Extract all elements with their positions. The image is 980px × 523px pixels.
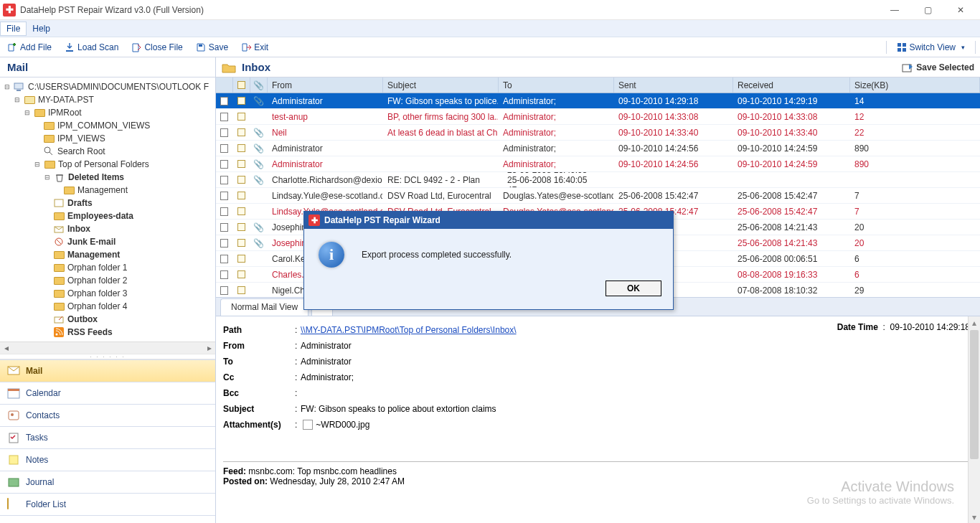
nav-mail[interactable]: Mail	[0, 359, 215, 382]
scroll-down-icon[interactable]: ▾	[969, 511, 980, 523]
row-checkbox[interactable]	[220, 239, 228, 248]
tree-ipmroot[interactable]: IPMRoot	[48, 108, 82, 118]
tab-normal-mail-view[interactable]: Normal Mail View	[220, 298, 308, 316]
nav-journal[interactable]: Journal	[0, 471, 215, 493]
tree-management-child[interactable]: Management	[77, 185, 128, 195]
row-checkbox[interactable]	[220, 255, 228, 263]
row-checkbox[interactable]	[220, 160, 228, 169]
col-checkbox[interactable]	[216, 77, 233, 93]
table-row[interactable]: test-anupBP, other firms facing 300 la..…	[216, 109, 980, 125]
collapse-icon[interactable]: ⊟	[23, 109, 31, 117]
load-scan-button[interactable]: Load Scan	[62, 41, 121, 54]
menu-help[interactable]: Help	[27, 22, 56, 35]
tree-rss[interactable]: RSS Feeds	[67, 327, 113, 337]
tasks-icon	[7, 432, 20, 443]
row-checkbox[interactable]	[220, 144, 228, 153]
save-selected-button[interactable]: Save Selected	[902, 62, 974, 72]
tree-root[interactable]: C:\USERS\ADMIN\DOCUMENTS\OUTLOOK F	[28, 82, 209, 92]
nav-overflow[interactable]	[0, 515, 215, 523]
tree-drafts[interactable]: Drafts	[67, 198, 93, 208]
cell-size: 20	[850, 235, 980, 250]
col-subject[interactable]: Subject	[383, 77, 499, 93]
cell-to: Administrator;	[499, 109, 614, 124]
add-file-button[interactable]: Add File	[4, 41, 55, 54]
col-envelope-icon[interactable]	[233, 77, 250, 93]
tree-inbox[interactable]: Inbox	[67, 224, 90, 234]
nav-tasks[interactable]: Tasks	[0, 426, 215, 448]
tree-pst[interactable]: MY-DATA.PST	[38, 95, 94, 105]
attachment-name[interactable]: ~WRD000.jpg	[316, 420, 369, 430]
table-row[interactable]: 📎NeilAt least 6 dead in blast at Ch...Ad…	[216, 125, 980, 141]
collapse-icon[interactable]: ⊟	[13, 96, 21, 104]
col-to[interactable]: To	[499, 77, 614, 93]
tree-orphan-3[interactable]: Orphan folder 3	[67, 288, 127, 298]
col-attachment-icon[interactable]: 📎	[250, 77, 268, 93]
tree-views[interactable]: IPM_VIEWS	[57, 133, 105, 143]
detail-vertical-scrollbar[interactable]: ▴ ▾	[968, 316, 980, 523]
tree-orphan-1[interactable]: Orphan folder 1	[67, 263, 127, 273]
tree-management[interactable]: Management	[67, 250, 120, 260]
close-file-icon	[131, 42, 141, 52]
tree-deleted-items[interactable]: Deleted Items	[68, 172, 124, 182]
collapse-icon[interactable]: ⊟	[3, 83, 11, 91]
save-button[interactable]: Save	[193, 41, 231, 54]
tree-common-views[interactable]: IPM_COMMON_VIEWS	[57, 121, 150, 131]
svg-rect-19	[9, 433, 18, 443]
tree-orphan-2[interactable]: Orphan folder 2	[67, 275, 127, 286]
detail-path-link[interactable]: \\MY-DATA.PST\IPMRoot\Top of Personal Fo…	[301, 325, 517, 335]
exit-button[interactable]: Exit	[238, 41, 271, 54]
row-checkbox[interactable]	[220, 207, 228, 216]
minimize-button[interactable]: —	[878, 0, 911, 20]
col-from[interactable]: From	[268, 77, 383, 93]
row-checkbox[interactable]	[220, 97, 228, 105]
splitter-grip[interactable]: · · · · · ·	[0, 354, 215, 359]
nav-contacts[interactable]: Contacts	[0, 404, 215, 426]
collapse-icon[interactable]: ⊟	[33, 161, 41, 169]
tree-search-root[interactable]: Search Root	[57, 146, 105, 156]
maximize-button[interactable]: ▢	[911, 0, 944, 20]
tree-horizontal-scrollbar[interactable]: ◂ ▸	[0, 341, 215, 354]
folder-tree[interactable]: ⊟C:\USERS\ADMIN\DOCUMENTS\OUTLOOK F ⊟MY-…	[0, 77, 215, 341]
scrollbar-thumb[interactable]	[970, 330, 979, 459]
folder-icon	[53, 288, 65, 299]
table-row[interactable]: 📎Charlotte.Richardson@dexio...RE: DCL 94…	[216, 172, 980, 188]
tree-outbox[interactable]: Outbox	[67, 314, 98, 324]
col-size[interactable]: Size(KB)	[850, 77, 980, 93]
close-button[interactable]: ✕	[944, 0, 977, 20]
dialog-titlebar[interactable]: ✚ DataHelp PST Repair Wizard	[304, 212, 673, 229]
row-checkbox[interactable]	[220, 223, 228, 232]
switch-view-button[interactable]: Switch View ▾	[894, 41, 968, 54]
row-checkbox[interactable]	[220, 176, 228, 184]
nav-folder-list-label: Folder List	[26, 499, 66, 509]
menu-file[interactable]: File	[0, 22, 27, 36]
folder-open-icon	[222, 62, 236, 73]
scroll-left-icon[interactable]: ◂	[0, 342, 12, 354]
row-checkbox[interactable]	[220, 113, 228, 121]
row-checkbox[interactable]	[220, 270, 228, 279]
nav-calendar[interactable]: Calendar	[0, 382, 215, 404]
close-file-button[interactable]: Close File	[128, 41, 185, 54]
col-sent[interactable]: Sent	[614, 77, 733, 93]
nav-folder-list[interactable]: Folder List	[0, 493, 215, 515]
tree-top[interactable]: Top of Personal Folders	[58, 159, 149, 169]
svg-rect-21	[9, 479, 19, 486]
table-row[interactable]: 📎AdministratorAdministrator;09-10-2010 1…	[216, 156, 980, 172]
tree-employees[interactable]: Employees-data	[67, 211, 133, 221]
row-checkbox[interactable]	[220, 128, 228, 137]
scroll-right-icon[interactable]: ▸	[203, 342, 215, 354]
scroll-up-icon[interactable]: ▴	[969, 316, 980, 329]
collapse-icon[interactable]: ⊟	[43, 174, 51, 182]
row-checkbox[interactable]	[220, 192, 228, 200]
plus-icon	[7, 42, 17, 52]
table-row[interactable]: Lindsay.Yule@ese-scotland.c...DSV Road L…	[216, 188, 980, 204]
table-row[interactable]: 📎AdministratorAdministrator;09-10-2010 1…	[216, 141, 980, 156]
paperclip-icon: 📎	[253, 238, 264, 248]
table-row[interactable]: 📎AdministratorFW: Gibson speaks to polic…	[216, 93, 980, 109]
col-received[interactable]: Received	[733, 77, 850, 93]
svg-rect-1	[897, 43, 901, 47]
nav-notes[interactable]: Notes	[0, 448, 215, 471]
tree-orphan-4[interactable]: Orphan folder 4	[67, 301, 127, 311]
tree-junk[interactable]: Junk E-mail	[67, 237, 116, 247]
ok-button[interactable]: OK	[606, 281, 661, 296]
row-checkbox[interactable]	[220, 286, 228, 295]
